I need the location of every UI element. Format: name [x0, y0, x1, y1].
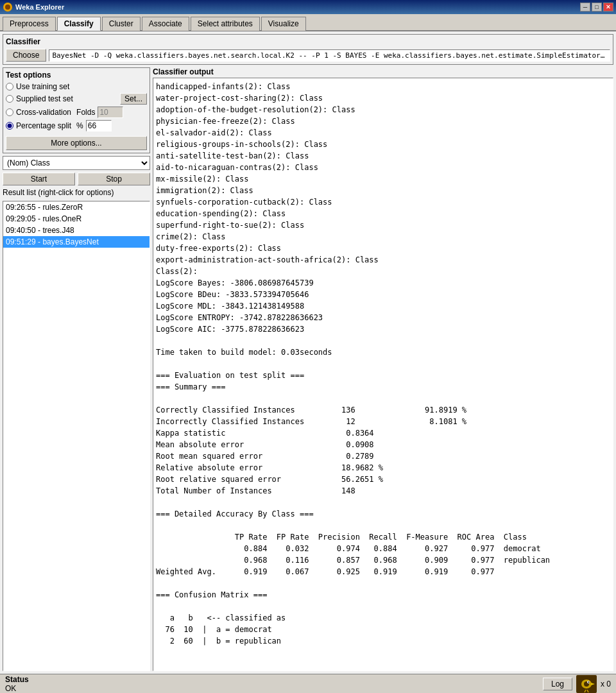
percentage-split-label: Percentage split — [16, 121, 71, 130]
tab-associate[interactable]: Associate — [142, 17, 189, 31]
start-stop-row: Start Stop — [3, 173, 150, 185]
result-item[interactable]: 09:26:55 - rules.ZeroR — [3, 201, 150, 213]
right-panel: Classifier output handicapped-infants(2)… — [153, 67, 613, 671]
cross-validation-row: Cross-validation Folds — [6, 107, 147, 118]
result-item[interactable]: 09:40:50 - trees.J48 — [3, 225, 150, 236]
svg-point-7 — [588, 681, 589, 683]
more-options-button[interactable]: More options... — [6, 136, 147, 150]
weka-logo — [576, 675, 597, 693]
classifier-group: Classifier Choose BayesNet -D -Q weka.cl… — [3, 34, 613, 65]
tab-classify[interactable]: Classify — [57, 17, 101, 31]
supplied-test-set-row: Supplied test set Set... — [6, 93, 147, 105]
log-button[interactable]: Log — [543, 678, 572, 690]
status-bar: Status OK Log x 0 — [0, 674, 616, 693]
split-value-input[interactable] — [86, 120, 112, 132]
use-training-set-label: Use training set — [16, 82, 69, 91]
cross-validation-radio[interactable] — [6, 108, 13, 116]
main-panels: Test options Use training set Supplied t… — [3, 67, 613, 671]
classifier-text: BayesNet -D -Q weka.classifiers.bayes.ne… — [49, 49, 610, 62]
main-window: Preprocess Classify Cluster Associate Se… — [0, 14, 616, 693]
left-panel: Test options Use training set Supplied t… — [3, 67, 150, 671]
folds-label: Folds — [76, 108, 95, 117]
test-options-group: Test options Use training set Supplied t… — [3, 67, 150, 153]
percentage-split-row: Percentage split % — [6, 120, 147, 132]
stop-button[interactable]: Stop — [78, 173, 150, 185]
tab-select-attributes[interactable]: Select attributes — [191, 17, 260, 31]
title-bar: Weka Explorer ─ □ ✕ — [0, 0, 616, 14]
status-label: Status — [5, 675, 29, 684]
choose-button[interactable]: Choose — [6, 49, 46, 62]
tab-visualize[interactable]: Visualize — [261, 17, 306, 31]
output-scroll[interactable]: handicapped-infants(2): Class water-proj… — [153, 78, 613, 671]
folds-input[interactable] — [98, 107, 123, 118]
close-button[interactable]: ✕ — [603, 3, 613, 12]
classifier-group-label: Classifier — [6, 37, 610, 46]
test-options-label: Test options — [6, 71, 147, 80]
app-icon — [3, 2, 13, 12]
status-right: Log x 0 — [543, 675, 611, 693]
percent-symbol: % — [76, 121, 83, 130]
classifier-row: Choose BayesNet -D -Q weka.classifiers.b… — [6, 49, 610, 62]
cross-validation-label: Cross-validation — [16, 108, 71, 117]
result-item[interactable]: 09:29:05 - rules.OneR — [3, 213, 150, 225]
maximize-button[interactable]: □ — [592, 3, 602, 12]
result-list[interactable]: 09:26:55 - rules.ZeroR 09:29:05 - rules.… — [3, 201, 150, 671]
use-training-set-row: Use training set — [6, 82, 147, 91]
supplied-test-set-label: Supplied test set — [16, 94, 73, 103]
svg-point-1 — [5, 4, 10, 10]
output-label: Classifier output — [153, 67, 613, 76]
class-selector[interactable]: (Nom) Class — [3, 156, 150, 170]
window-controls: ─ □ ✕ — [580, 3, 613, 12]
class-selector-row: (Nom) Class — [3, 156, 150, 170]
content-area: Classifier Choose BayesNet -D -Q weka.cl… — [0, 31, 616, 674]
set-button[interactable]: Set... — [120, 93, 147, 105]
window-title: Weka Explorer — [15, 3, 64, 11]
tab-bar: Preprocess Classify Cluster Associate Se… — [0, 14, 616, 31]
x-count: x 0 — [601, 680, 611, 689]
status-left: Status OK — [5, 675, 29, 693]
percentage-split-radio[interactable] — [6, 122, 13, 130]
supplied-test-set-radio[interactable] — [6, 95, 13, 103]
minimize-button[interactable]: ─ — [580, 3, 590, 12]
status-value: OK — [5, 684, 29, 693]
result-item-selected[interactable]: 09:51:29 - bayes.BayesNet — [3, 236, 150, 248]
output-area: handicapped-infants(2): Class water-proj… — [153, 78, 613, 671]
tab-preprocess[interactable]: Preprocess — [3, 17, 56, 31]
result-list-label: Result list (right-click for options) — [3, 188, 150, 197]
use-training-set-radio[interactable] — [6, 83, 13, 90]
tab-cluster[interactable]: Cluster — [102, 17, 141, 31]
start-button[interactable]: Start — [3, 173, 75, 185]
